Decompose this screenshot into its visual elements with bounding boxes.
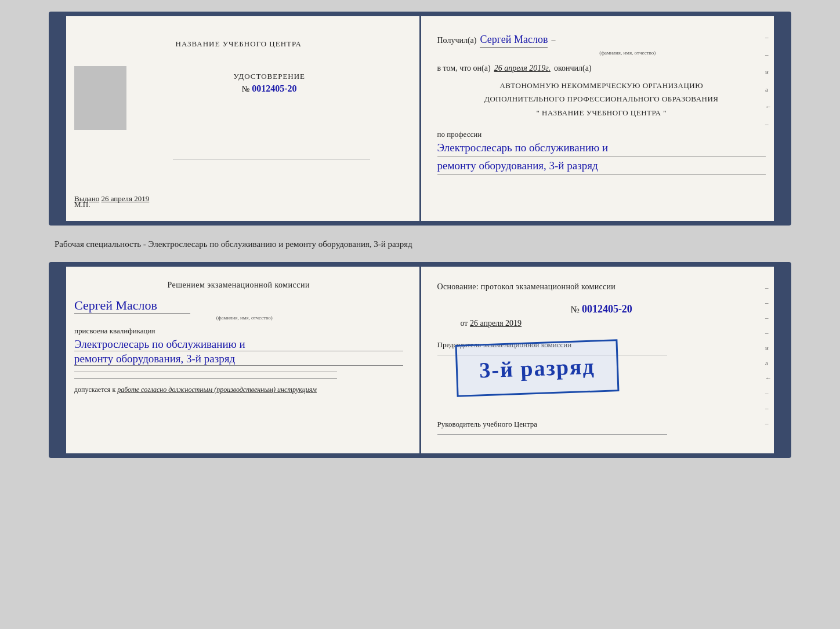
- cert1-profession-label: по профессии: [437, 130, 766, 139]
- cert2-dopusk-label: допускается к: [74, 386, 115, 394]
- cert2-stamp-text: 3-й разряд: [479, 354, 595, 383]
- cert2-qual-label: присвоена квалификация: [74, 326, 403, 336]
- cert1-received-label: Получил(а): [437, 36, 477, 45]
- cert1-profession-block: по профессии Электрослесарь по обслужива…: [437, 130, 766, 175]
- cert1-profession-line2: ремонту оборудования, 3-й разряд: [437, 159, 766, 175]
- cert1-finished-label: окончил(а): [554, 64, 592, 73]
- certificate-1: НАЗВАНИЕ УЧЕБНОГО ЦЕНТРА УДОСТОВЕРЕНИЕ №…: [49, 12, 791, 226]
- cert2-dopusk-text: работе согласно должностным (производств…: [117, 386, 317, 394]
- cert1-number: 0012405-20: [252, 83, 296, 93]
- cert1-issued-date: 26 апреля 2019: [102, 194, 150, 203]
- cert2-qual-line2: ремонту оборудования, 3-й разряд: [74, 352, 403, 366]
- cert2-person-name-container: Сергей Маслов: [74, 298, 403, 314]
- cert2-side-marks: – – – – и а ← – – –: [765, 284, 772, 427]
- cert2-date-prefix: от: [461, 319, 468, 328]
- cert1-id-label: УДОСТОВЕРЕНИЕ: [136, 72, 403, 81]
- cert2-date: 26 апреля 2019: [470, 319, 522, 328]
- cert2-date-block: от 26 апреля 2019: [461, 319, 766, 328]
- cert1-school-name: НАЗВАНИЕ УЧЕБНОГО ЦЕНТРА: [74, 34, 403, 49]
- cert2-qual-line1: Электрослесарь по обслуживанию и: [74, 338, 403, 351]
- cert1-left-panel: НАЗВАНИЕ УЧЕБНОГО ЦЕНТРА УДОСТОВЕРЕНИЕ №…: [53, 16, 421, 221]
- cert1-number-prefix: №: [242, 85, 249, 93]
- cert1-org-line2: ДОПОЛНИТЕЛЬНОГО ПРОФЕССИОНАЛЬНОГО ОБРАЗО…: [437, 92, 766, 106]
- cert1-right-panel: Получил(а) Сергей Маслов – (фамилия, имя…: [421, 16, 787, 221]
- cert1-received-name: Сергей Маслов: [480, 34, 548, 48]
- cert2-dopusk-block: допускается к работе согласно должностны…: [74, 386, 403, 394]
- cert2-right-panel: Основание: протокол экзаменационной коми…: [421, 267, 787, 453]
- cert2-rukov-sig-line: [437, 434, 668, 435]
- page-container: НАЗВАНИЕ УЧЕБНОГО ЦЕНТРА УДОСТОВЕРЕНИЕ №…: [12, 12, 828, 458]
- cert1-org-block: АВТОНОМНУЮ НЕКОММЕРЧЕСКУЮ ОРГАНИЗАЦИЮ ДО…: [437, 79, 766, 119]
- cert1-profession-line1: Электрослесарь по обслуживанию и: [437, 141, 766, 157]
- cert1-photo: [74, 66, 126, 130]
- cert2-sig-line2: [74, 378, 337, 379]
- cert1-org-name: " НАЗВАНИЕ УЧЕБНОГО ЦЕНТРА ": [437, 106, 766, 119]
- cert1-received-line: Получил(а) Сергей Маслов –: [437, 34, 766, 48]
- cert2-fio-hint: (фамилия, имя, отчество): [86, 315, 403, 321]
- caption-text: Рабочая специальность - Электрослесарь п…: [55, 239, 412, 249]
- cert2-person-name: Сергей Маслов: [74, 298, 190, 314]
- cert1-issued: Выдано 26 апреля 2019: [74, 194, 403, 203]
- cert2-rukov-label: Руководитель учебного Центра: [437, 419, 766, 430]
- cert1-vtom-line: в том, что он(а) 26 апреля 2019г. окончи…: [437, 64, 766, 73]
- cert1-divider: [173, 159, 370, 159]
- cert1-mp: М.П.: [74, 200, 90, 209]
- cert2-osnov-label: Основание: протокол экзаменационной коми…: [437, 281, 766, 293]
- cert1-side-marks: – – и а ← –: [765, 34, 772, 128]
- cert2-number-prefix: №: [571, 304, 580, 314]
- cert2-resolution-title: Решением экзаменационной комиссии: [74, 281, 403, 290]
- cert2-left-panel: Решением экзаменационной комиссии Сергей…: [53, 267, 421, 453]
- cert1-vtom-date: 26 апреля 2019г.: [494, 64, 551, 73]
- caption-area: Рабочая специальность - Электрослесарь п…: [49, 235, 791, 253]
- cert2-number: 0012405-20: [582, 303, 632, 315]
- cert1-fio-hint: (фамилия, имя, отчество): [490, 50, 766, 56]
- cert1-org-line1: АВТОНОМНУЮ НЕКОММЕРЧЕСКУЮ ОРГАНИЗАЦИЮ: [437, 79, 766, 92]
- cert2-sig-line1: [74, 372, 337, 372]
- cert2-stamp: 3-й разряд: [455, 339, 619, 397]
- certificate-2: Решением экзаменационной комиссии Сергей…: [49, 262, 791, 458]
- cert1-vtom-label: в том, что он(а): [437, 64, 491, 73]
